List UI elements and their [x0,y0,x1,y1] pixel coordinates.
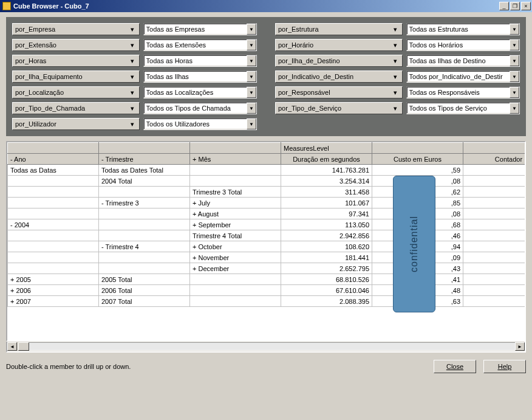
dimension-por_Extensão[interactable]: por_Extensão▾ [12,39,140,51]
cell-b[interactable] [99,252,190,263]
table-row[interactable]: + November181.441,091.152 [8,252,527,263]
table-row[interactable]: + 20062006 Total67.610.046,48477.295 [8,285,527,296]
cell-c[interactable] [190,165,281,176]
close-window-button[interactable]: × [521,2,531,10]
cell-b[interactable]: 2004 Total [99,176,190,187]
dropdown-button-icon[interactable]: ▼ [247,71,256,82]
table-row[interactable]: - 2004+ September113.050,681.078 [8,219,527,230]
combo-por_Estrutura[interactable]: Todas as Estruturas▼ [406,23,520,35]
cell-d[interactable]: 3.254.314 [281,176,372,187]
cell-c[interactable] [190,176,281,187]
scroll-thumb[interactable] [18,342,29,351]
header-custo[interactable]: Custo em Euros [372,154,463,165]
cell-f[interactable]: 988.895 [463,165,527,176]
cell-d[interactable]: 67.610.046 [281,285,372,296]
table-row[interactable]: + 20052005 Total68.810.526,41473.246 [8,274,527,285]
cell-d[interactable]: 113.050 [281,219,372,230]
cell-d[interactable]: 108.620 [281,241,372,252]
cell-c[interactable] [190,296,281,307]
cell-f[interactable]: 14.498 [463,296,527,307]
cell-c[interactable]: Trimestre 4 Total [190,230,281,241]
cell-a[interactable] [8,198,99,208]
scroll-right-icon[interactable]: ► [515,342,525,351]
cell-c[interactable]: + July [190,198,281,208]
header-duracao[interactable]: Duração em segundos [281,154,372,165]
combo-por_Extensão[interactable]: Todas as Extensões▼ [143,39,257,51]
dropdown-button-icon[interactable]: ▼ [510,24,519,35]
cell-a[interactable] [8,241,99,252]
dropdown-button-icon[interactable]: ▼ [247,119,256,129]
cell-d[interactable]: 97.341 [281,208,372,219]
cell-d[interactable]: 2.652.795 [281,263,372,274]
cell-f[interactable]: 477.295 [463,285,527,296]
cell-f[interactable]: 1.078 [463,219,527,230]
dropdown-button-icon[interactable]: ▼ [247,24,256,35]
dropdown-button-icon[interactable]: ▼ [510,103,519,114]
table-row[interactable]: + 20072007 Total2.088.395,6314.498 [8,296,527,307]
cell-c[interactable]: Trimestre 3 Total [190,187,281,198]
combo-por_Horas[interactable]: Todas as Horas▼ [143,55,257,67]
table-row[interactable]: 2004 Total3.254.314,0823.856 [8,176,527,187]
cell-f[interactable]: 473.246 [463,274,527,285]
cell-a[interactable] [8,208,99,219]
cell-b[interactable]: 2005 Total [99,274,190,285]
cell-d[interactable]: 181.441 [281,252,372,263]
cell-a[interactable]: + 2005 [8,274,99,285]
scroll-left-icon[interactable]: ◄ [7,342,17,351]
combo-por_Localização[interactable]: Todas as Localizações▼ [143,86,257,98]
dropdown-button-icon[interactable]: ▼ [247,103,256,114]
header-measures[interactable]: MeasuresLevel [281,143,372,154]
cell-b[interactable]: Todas as Dates Total [99,165,190,176]
cell-c[interactable] [190,285,281,296]
pivot-grid[interactable]: MeasuresLevel - Ano - Trimestre + Mês Du… [6,141,526,342]
cell-a[interactable] [8,230,99,241]
table-row[interactable]: - Trimestre 4+ October108.620,94970 [8,241,527,252]
dimension-por_Horário[interactable]: por_Horário▾ [275,39,403,51]
cell-a[interactable] [8,176,99,187]
table-row[interactable]: + August97.341,08730 [8,208,527,219]
cell-c[interactable]: + August [190,208,281,219]
dimension-por_Indicativo_de_Destin[interactable]: por_Indicativo_de_Destin▾ [275,71,403,83]
table-row[interactable]: - Trimestre 3+ July101.067,85683 [8,198,527,208]
dimension-por_Utilizador[interactable]: por_Utilizador▾ [12,118,140,130]
cell-b[interactable] [99,208,190,219]
cell-a[interactable] [8,263,99,274]
cell-f[interactable]: 970 [463,241,527,252]
cell-c[interactable]: + December [190,263,281,274]
cell-a[interactable] [8,252,99,263]
cell-d[interactable]: 2.942.856 [281,230,372,241]
close-button[interactable]: Close [434,360,476,373]
dimension-por_Estrutura[interactable]: por_Estrutura▾ [275,23,403,35]
header-ano[interactable]: - Ano [8,154,99,165]
cell-a[interactable]: Todas as Datas [8,165,99,176]
cell-f[interactable]: 21.365 [463,230,527,241]
dropdown-button-icon[interactable]: ▼ [247,40,256,50]
dimension-por_Empresa[interactable]: por_Empresa▾ [12,23,140,35]
dropdown-button-icon[interactable]: ▼ [510,87,519,98]
cell-e[interactable]: ,59 [372,165,463,176]
dimension-por_Horas[interactable]: por_Horas▾ [12,55,140,67]
combo-por_Tipo_de_Serviço[interactable]: Todos os Tipos de Serviço▼ [406,102,520,114]
combo-por_Indicativo_de_Destin[interactable]: Todos por_Indicativo_de_Destir▼ [406,71,520,83]
cell-c[interactable]: + September [190,219,281,230]
header-trimestre[interactable]: - Trimestre [99,154,190,165]
dropdown-button-icon[interactable]: ▼ [510,71,519,82]
cell-b[interactable]: - Trimestre 4 [99,241,190,252]
horizontal-scrollbar[interactable]: ◄ ► [6,342,526,353]
cell-f[interactable]: 1.152 [463,252,527,263]
cell-b[interactable] [99,187,190,198]
cell-b[interactable]: - Trimestre 3 [99,198,190,208]
combo-por_Utilizador[interactable]: Todos os Utilizadores▼ [143,118,257,130]
cell-f[interactable]: 2.491 [463,187,527,198]
cell-a[interactable]: - 2004 [8,219,99,230]
cell-a[interactable]: + 2007 [8,296,99,307]
dimension-por_Tipo_de_Serviço[interactable]: por_Tipo_de_Serviço▾ [275,102,403,114]
table-row[interactable]: Trimestre 4 Total2.942.856,4621.365 [8,230,527,241]
dimension-por_Ilha_de_Destino[interactable]: por_Ilha_de_Destino▾ [275,55,403,67]
minimize-button[interactable]: _ [499,2,509,10]
cell-b[interactable]: 2007 Total [99,296,190,307]
cell-f[interactable]: 23.856 [463,176,527,187]
cell-c[interactable]: + October [190,241,281,252]
cell-d[interactable]: 141.763.281 [281,165,372,176]
cell-d[interactable]: 101.067 [281,198,372,208]
